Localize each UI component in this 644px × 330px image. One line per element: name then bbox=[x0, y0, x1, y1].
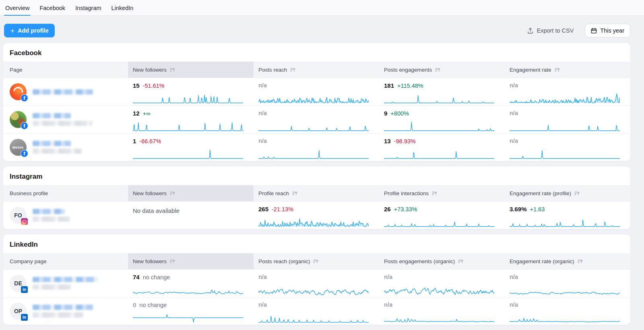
metric-change: +115.48% bbox=[397, 82, 423, 89]
metric-value-line: n/a bbox=[384, 274, 494, 283]
sort-icon bbox=[458, 259, 464, 264]
metric-value-line: 0no change bbox=[133, 301, 243, 310]
sparkline-chart bbox=[258, 148, 369, 160]
profile-cell[interactable]: DEin bbox=[3, 270, 128, 297]
column-header-posts-reach[interactable]: Posts reach bbox=[254, 62, 379, 78]
metric-value: 9 bbox=[384, 110, 387, 117]
redacted-text-line bbox=[33, 141, 71, 146]
export-csv-button[interactable]: Export to CSV bbox=[527, 27, 574, 34]
redacted-text-line bbox=[33, 89, 93, 95]
sparkline-chart bbox=[133, 120, 243, 132]
metric-change: +1.63 bbox=[530, 206, 545, 212]
metric-value: n/a bbox=[510, 301, 518, 308]
profile-row[interactable]: FONo data available265-21.13%26+73.33%3.… bbox=[3, 201, 630, 229]
profile-cell[interactable]: f bbox=[3, 106, 128, 133]
column-header-new-followers[interactable]: New followers bbox=[128, 62, 254, 78]
column-header-engagement-rate[interactable]: Engagement rate bbox=[505, 62, 630, 78]
linkedin-badge-icon: in bbox=[21, 314, 28, 321]
redacted-text-line bbox=[33, 285, 71, 290]
profile-avatar: DEin bbox=[10, 275, 27, 292]
column-header-posts-engagements-organic[interactable]: Posts engagements (organic) bbox=[379, 253, 505, 269]
metric-cell-posts-reach-organic: n/a bbox=[254, 270, 379, 297]
sparkline-chart bbox=[258, 120, 369, 132]
column-header-new-followers[interactable]: New followers bbox=[128, 253, 254, 269]
metric-cell-posts-engagements: 9+800% bbox=[379, 106, 505, 133]
metric-cell-new-followers: 12+∞ bbox=[128, 106, 254, 133]
date-range-label: This year bbox=[600, 27, 624, 34]
add-profile-button[interactable]: + Add profile bbox=[4, 24, 55, 37]
sparkline-chart bbox=[510, 148, 620, 160]
sparkline-chart bbox=[384, 216, 494, 228]
metric-value-line: n/a bbox=[510, 274, 620, 283]
sparkline-chart bbox=[384, 284, 494, 296]
metric-value-line: n/a bbox=[510, 110, 620, 119]
column-header-posts-reach-organic[interactable]: Posts reach (organic) bbox=[254, 253, 379, 269]
sort-icon bbox=[290, 67, 296, 72]
redacted-text-line bbox=[33, 312, 83, 318]
metric-change: no change bbox=[139, 302, 167, 308]
tab-overview[interactable]: Overview bbox=[4, 3, 31, 15]
profile-cell[interactable]: MEDIAf bbox=[3, 134, 128, 161]
metric-value-line: 13-98.93% bbox=[384, 138, 494, 146]
table-header-row: PageNew followersPosts reachPosts engage… bbox=[3, 62, 630, 78]
column-header-business-profile: Business profile bbox=[3, 185, 128, 201]
column-header-engagement-rate-organic[interactable]: Engagement rate (organic) bbox=[505, 253, 630, 269]
metric-value-line: n/a bbox=[258, 110, 369, 119]
tab-linkedin[interactable]: LinkedIn bbox=[110, 3, 135, 15]
column-header-label: New followers bbox=[133, 258, 167, 264]
tab-instagram[interactable]: Instagram bbox=[74, 3, 102, 15]
metric-value: 1 bbox=[133, 138, 136, 144]
profile-row[interactable]: f12+∞n/a9+800%n/a bbox=[3, 105, 630, 133]
redacted-text-line bbox=[33, 277, 98, 282]
section-title: LinkedIn bbox=[3, 235, 630, 253]
sort-icon bbox=[431, 191, 438, 196]
date-range-button[interactable]: This year bbox=[585, 24, 630, 37]
metric-value-line: n/a bbox=[258, 138, 369, 146]
column-header-engagement-rate-profile[interactable]: Engagement rate (profile) bbox=[505, 185, 630, 201]
redacted-text-line bbox=[33, 305, 93, 310]
sort-icon bbox=[577, 259, 583, 264]
metric-value: n/a bbox=[510, 138, 518, 144]
metric-cell-engagement-rate-organic: n/a bbox=[505, 270, 630, 297]
metric-cell-new-followers: No data available bbox=[128, 202, 254, 229]
metric-cell-new-followers: 74no change bbox=[128, 270, 254, 297]
column-header-posts-engagements[interactable]: Posts engagements bbox=[379, 62, 505, 78]
metric-change: -98.93% bbox=[394, 138, 416, 144]
profile-row[interactable]: OPin0no changen/an/an/a bbox=[3, 297, 630, 325]
profile-row[interactable]: MEDIAf1-66.67%n/a13-98.93%n/a bbox=[3, 133, 630, 161]
metric-value-line: n/a bbox=[510, 82, 620, 91]
metric-value: 12 bbox=[133, 110, 140, 117]
sparkline-chart bbox=[258, 92, 369, 104]
column-header-new-followers[interactable]: New followers bbox=[128, 185, 254, 201]
column-header-profile-interactions[interactable]: Profile interactions bbox=[379, 185, 505, 201]
profile-row[interactable]: DEin74no changen/an/an/a bbox=[3, 269, 630, 297]
column-header-profile-reach[interactable]: Profile reach bbox=[254, 185, 379, 201]
sort-icon bbox=[292, 191, 298, 196]
avatar-text: MEDIA bbox=[12, 146, 24, 149]
profile-avatar: FO bbox=[10, 207, 27, 224]
sparkline-chart bbox=[133, 92, 243, 104]
metric-value: n/a bbox=[510, 110, 518, 116]
metric-value-line: 3.69%+1.63 bbox=[510, 206, 620, 214]
metric-cell-new-followers: 0no change bbox=[128, 297, 254, 325]
metric-value: n/a bbox=[384, 301, 392, 308]
profile-row[interactable]: f15-51.61%n/a181+115.48%n/a bbox=[3, 78, 630, 105]
metric-cell-engagement-rate: n/a bbox=[505, 134, 630, 161]
metric-cell-posts-reach: n/a bbox=[254, 78, 379, 105]
sort-icon bbox=[313, 259, 319, 264]
tab-facebook[interactable]: Facebook bbox=[38, 3, 66, 15]
metric-cell-new-followers: 15-51.61% bbox=[128, 78, 254, 105]
metric-value-line: 9+800% bbox=[384, 110, 494, 119]
profile-cell[interactable]: FO bbox=[3, 202, 128, 229]
sparkline-chart bbox=[384, 120, 494, 132]
metric-value-line: n/a bbox=[258, 82, 369, 91]
sparkline-chart bbox=[510, 92, 620, 104]
profile-avatar: f bbox=[10, 111, 27, 128]
profile-cell[interactable]: f bbox=[3, 78, 128, 105]
profile-avatar: MEDIAf bbox=[10, 139, 27, 156]
sparkline-chart bbox=[258, 311, 369, 324]
section-title: Instagram bbox=[3, 167, 630, 185]
metric-value: 265 bbox=[258, 206, 268, 212]
metric-value: n/a bbox=[510, 82, 518, 89]
profile-cell[interactable]: OPin bbox=[3, 297, 128, 325]
